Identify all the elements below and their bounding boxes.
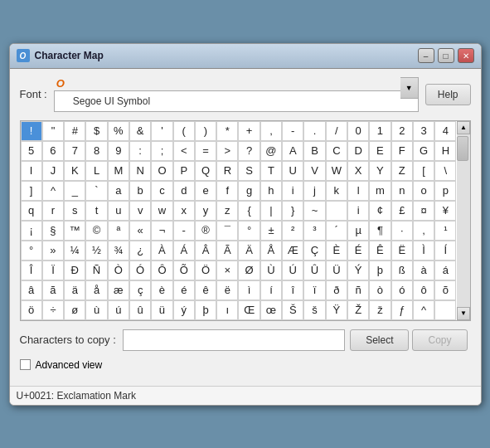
- char-cell[interactable]: ä: [64, 280, 85, 300]
- char-cell[interactable]: ý: [173, 300, 195, 320]
- char-cell[interactable]: 7: [64, 141, 85, 161]
- char-cell[interactable]: ·: [391, 221, 413, 241]
- char-cell[interactable]: x: [173, 201, 195, 221]
- char-cell[interactable]: ß: [391, 261, 413, 280]
- char-cell[interactable]: £: [391, 201, 413, 221]
- char-cell[interactable]: Q: [195, 161, 216, 181]
- char-cell[interactable]: Ù: [260, 261, 282, 280]
- char-cell[interactable]: ': [151, 121, 172, 141]
- char-cell[interactable]: Y: [369, 161, 391, 181]
- copy-input[interactable]: [123, 329, 345, 351]
- char-cell[interactable]: B: [303, 141, 325, 161]
- char-cell[interactable]: à: [413, 261, 434, 280]
- char-cell[interactable]: -: [282, 121, 303, 141]
- char-cell[interactable]: y: [195, 201, 216, 221]
- char-cell[interactable]: Ð: [64, 261, 85, 280]
- char-cell[interactable]: Ü: [326, 261, 347, 280]
- char-cell[interactable]: _: [64, 181, 85, 201]
- char-cell[interactable]: ¢: [369, 201, 391, 221]
- char-cell[interactable]: õ: [434, 280, 456, 300]
- char-cell[interactable]: ™: [64, 221, 85, 241]
- char-cell[interactable]: 9: [108, 141, 129, 161]
- char-cell[interactable]: ¼: [64, 241, 85, 261]
- char-cell[interactable]: M: [108, 161, 129, 181]
- char-cell[interactable]: î: [282, 280, 303, 300]
- char-cell[interactable]: 5: [21, 141, 42, 161]
- char-cell[interactable]: ^: [413, 300, 434, 320]
- char-cell[interactable]: þ: [369, 261, 391, 280]
- char-cell[interactable]: ©: [85, 221, 107, 241]
- char-cell[interactable]: :: [129, 141, 151, 161]
- grid-scrollbar[interactable]: ▲ ▼: [457, 121, 470, 320]
- char-cell[interactable]: ¤: [413, 201, 434, 221]
- char-cell[interactable]: +: [238, 121, 260, 141]
- char-cell[interactable]: O: [151, 161, 172, 181]
- char-cell[interactable]: ~: [303, 201, 325, 221]
- char-cell[interactable]: [434, 300, 456, 320]
- char-cell[interactable]: >: [216, 141, 238, 161]
- char-cell[interactable]: ð: [326, 280, 347, 300]
- char-cell[interactable]: Ø: [238, 261, 260, 280]
- char-cell[interactable]: ó: [391, 280, 413, 300]
- char-cell[interactable]: ê: [195, 280, 216, 300]
- char-cell[interactable]: è: [151, 280, 172, 300]
- char-cell[interactable]: |: [260, 201, 282, 221]
- char-cell[interactable]: »: [42, 241, 64, 261]
- char-cell[interactable]: œ: [260, 300, 282, 320]
- char-cell[interactable]: a: [108, 181, 129, 201]
- char-cell[interactable]: ): [195, 121, 216, 141]
- char-cell[interactable]: K: [64, 161, 85, 181]
- scroll-down-button[interactable]: ▼: [457, 307, 470, 320]
- char-cell[interactable]: *: [216, 121, 238, 141]
- char-cell[interactable]: j: [303, 181, 325, 201]
- char-cell[interactable]: Ž: [347, 300, 369, 320]
- copy-button[interactable]: Copy: [412, 329, 467, 351]
- char-cell[interactable]: U: [282, 161, 303, 181]
- char-cell[interactable]: Á: [173, 241, 195, 261]
- scroll-track[interactable]: [457, 134, 470, 307]
- char-cell[interactable]: æ: [108, 280, 129, 300]
- char-cell[interactable]: Z: [391, 161, 413, 181]
- char-cell[interactable]: J: [42, 161, 64, 181]
- char-cell[interactable]: ı: [216, 300, 238, 320]
- char-cell[interactable]: [326, 201, 347, 221]
- char-cell[interactable]: t: [85, 201, 107, 221]
- char-cell[interactable]: X: [347, 161, 369, 181]
- char-cell[interactable]: Ö: [195, 261, 216, 280]
- char-cell[interactable]: .: [303, 121, 325, 141]
- char-cell[interactable]: å: [85, 280, 107, 300]
- char-cell[interactable]: -: [173, 221, 195, 241]
- char-cell[interactable]: ã: [42, 280, 64, 300]
- char-cell[interactable]: Ò: [108, 261, 129, 280]
- char-cell[interactable]: p: [434, 181, 456, 201]
- char-cell[interactable]: ø: [64, 300, 85, 320]
- advanced-view-checkbox[interactable]: [20, 359, 31, 370]
- char-cell[interactable]: Ÿ: [326, 300, 347, 320]
- char-cell[interactable]: H: [434, 141, 456, 161]
- char-cell[interactable]: d: [173, 181, 195, 201]
- char-cell[interactable]: =: [195, 141, 216, 161]
- char-cell[interactable]: #: [64, 121, 85, 141]
- char-cell[interactable]: h: [260, 181, 282, 201]
- char-cell[interactable]: ,: [413, 221, 434, 241]
- char-cell[interactable]: e: [195, 181, 216, 201]
- char-cell[interactable]: l: [347, 181, 369, 201]
- font-select[interactable]: Segoe UI Symbol: [54, 90, 419, 112]
- char-cell[interactable]: Ú: [282, 261, 303, 280]
- char-cell[interactable]: &: [129, 121, 151, 141]
- char-cell[interactable]: 1: [369, 121, 391, 141]
- char-cell[interactable]: ¯: [216, 221, 238, 241]
- char-cell[interactable]: C: [326, 141, 347, 161]
- char-cell[interactable]: 4: [434, 121, 456, 141]
- char-cell[interactable]: }: [282, 201, 303, 221]
- char-cell[interactable]: r: [42, 201, 64, 221]
- char-cell[interactable]: Ñ: [85, 261, 107, 280]
- char-cell[interactable]: @: [260, 141, 282, 161]
- scroll-up-button[interactable]: ▲: [457, 121, 470, 134]
- char-cell[interactable]: ": [42, 121, 64, 141]
- char-cell[interactable]: /: [326, 121, 347, 141]
- char-cell[interactable]: \: [434, 161, 456, 181]
- char-cell[interactable]: I: [21, 161, 42, 181]
- char-cell[interactable]: ò: [369, 280, 391, 300]
- char-cell[interactable]: !: [21, 121, 42, 141]
